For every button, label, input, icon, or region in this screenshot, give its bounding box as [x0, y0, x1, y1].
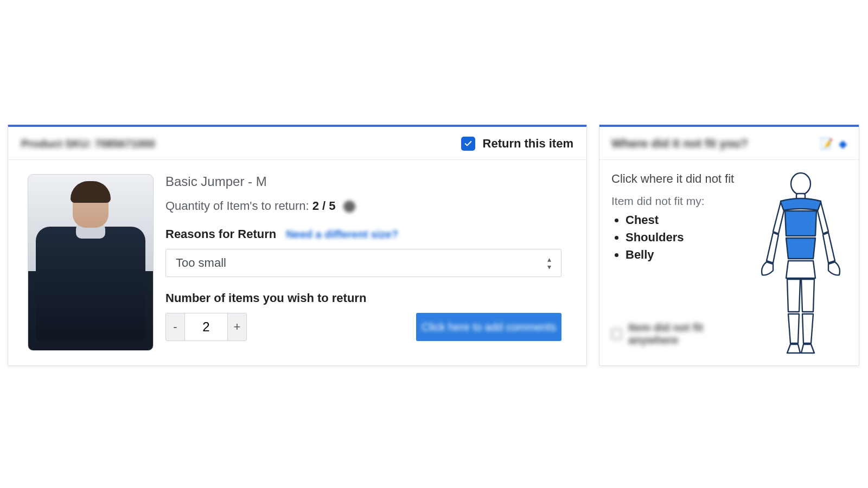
different-size-link[interactable]: Need a different size? [286, 228, 398, 241]
body-region-foot-right[interactable] [801, 344, 814, 353]
body-region-chest[interactable] [785, 211, 816, 236]
product-name: Basic Jumper - M [165, 174, 567, 189]
fit-area-item: Chest [626, 213, 749, 227]
product-image [28, 174, 154, 351]
did-not-fit-label: Item did not fit my: [611, 195, 749, 208]
svg-point-0 [791, 173, 810, 195]
quantity-summary: Quantity of Item's to return: 2 / 5 [165, 199, 567, 213]
body-region-shoulders[interactable] [781, 198, 821, 211]
number-to-return-label: Number of items you wish to return [165, 291, 567, 305]
body-region-forearm-right[interactable] [823, 233, 835, 263]
fit-area-item: Shoulders [626, 230, 749, 245]
body-region-foot-left[interactable] [787, 344, 800, 353]
click-where-title: Click where it did not fit [611, 172, 749, 186]
body-region-upper-arm-left[interactable] [773, 202, 784, 234]
check-icon [464, 139, 473, 148]
chevron-updown-icon: ▴▾ [547, 255, 551, 271]
quantity-info-icon[interactable] [343, 201, 355, 213]
body-region-shin-left[interactable] [788, 314, 799, 343]
return-item-header: Product SKU: 7085671000 Return this item [8, 127, 586, 160]
product-sku-label: Product SKU: 7085671000 [21, 138, 155, 150]
body-icon[interactable]: ◆ [839, 137, 847, 150]
stepper-increment-button[interactable]: + [228, 313, 246, 341]
return-this-item-label: Return this item [483, 137, 573, 151]
reasons-label: Reasons for Return [165, 227, 276, 241]
fit-area-item: Belly [626, 248, 749, 262]
fit-anywhere-checkbox[interactable] [611, 329, 622, 339]
stepper-decrement-button[interactable]: - [166, 313, 184, 341]
body-region-upper-arm-right[interactable] [818, 202, 828, 234]
body-region-shin-right[interactable] [802, 314, 813, 343]
stepper-value-input[interactable] [184, 313, 228, 341]
body-region-belly[interactable] [786, 238, 815, 259]
add-comments-button[interactable]: Click here to add comments [416, 313, 561, 341]
fit-anywhere-label: Item did not fit anywhere [628, 322, 749, 346]
body-region-hand-right[interactable] [828, 262, 840, 275]
quantity-stepper: - + [165, 313, 247, 341]
body-region-hand-left[interactable] [762, 262, 773, 275]
body-region-hips[interactable] [786, 261, 815, 278]
fit-areas-list: Chest Shoulders Belly [611, 213, 749, 262]
body-diagram[interactable] [755, 172, 847, 356]
body-region-thigh-left[interactable] [787, 279, 800, 312]
edit-icon[interactable]: 📝 [820, 137, 833, 150]
reason-select[interactable]: Too small ▴▾ [165, 249, 561, 277]
fit-feedback-card: Where did it not fit you? 📝 ◆ Click wher… [599, 125, 859, 366]
return-this-item-checkbox[interactable] [461, 137, 475, 151]
body-region-thigh-right[interactable] [801, 279, 814, 312]
reason-selected-value: Too small [176, 256, 226, 270]
return-item-card: Product SKU: 7085671000 Return this item… [8, 125, 587, 366]
fit-card-title: Where did it not fit you? [611, 137, 748, 151]
body-region-forearm-left[interactable] [767, 233, 778, 263]
